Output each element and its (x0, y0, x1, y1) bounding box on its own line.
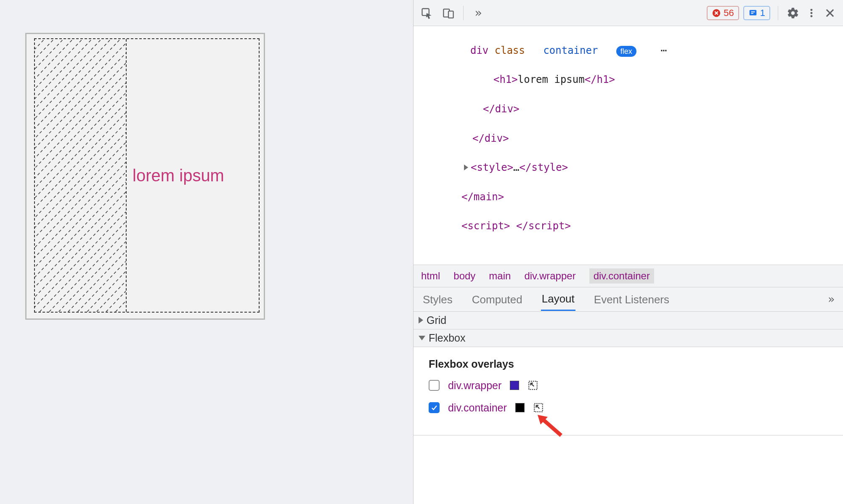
svg-line-21 (35, 39, 126, 312)
overlay-color-swatch-wrapper[interactable] (510, 381, 519, 390)
tab-layout[interactable]: Layout (541, 287, 575, 311)
issues-pill[interactable]: 1 (743, 6, 770, 20)
svg-line-9 (35, 39, 120, 312)
svg-line-30 (58, 39, 126, 312)
svg-line-36 (116, 39, 126, 312)
svg-point-42 (811, 8, 813, 11)
svg-line-16 (35, 39, 126, 312)
svg-line-26 (35, 39, 126, 312)
reveal-in-elements-icon[interactable] (533, 402, 544, 413)
caret-right-icon (419, 317, 423, 324)
line-truncated: div class container flex ⋯ (430, 43, 843, 58)
svg-line-35 (106, 39, 126, 312)
toolbar-divider (463, 6, 464, 20)
svg-line-34 (97, 39, 126, 312)
breadcrumb-item-main[interactable]: main (489, 270, 511, 282)
svg-line-13 (35, 39, 126, 312)
caret-down-icon (419, 336, 425, 340)
svg-line-7 (35, 39, 101, 312)
svg-line-25 (35, 39, 126, 312)
annotation-arrow-icon (536, 414, 565, 441)
svg-rect-39 (448, 11, 453, 18)
reveal-in-elements-icon[interactable] (528, 380, 538, 391)
svg-line-1 (35, 39, 45, 312)
app-root: lorem ipsum » 56 1 (0, 0, 843, 504)
svg-line-5 (35, 39, 82, 312)
flexbox-overlays-body: Flexbox overlays div.wrapper div.contain… (414, 347, 843, 435)
line-script[interactable]: <script> </script> (430, 219, 843, 233)
svg-line-8 (35, 39, 111, 312)
svg-line-23 (35, 39, 126, 312)
line-close-div-1[interactable]: </div> (430, 102, 843, 117)
svg-line-17 (35, 39, 126, 312)
sidebar-tabs: Styles Computed Layout Event Listeners » (414, 287, 843, 312)
toolbar-divider (778, 6, 778, 20)
svg-line-31 (68, 39, 126, 312)
dots[interactable]: ⋯ (661, 45, 667, 56)
svg-line-11 (35, 39, 126, 312)
svg-point-43 (811, 12, 813, 14)
section-flexbox[interactable]: Flexbox (414, 329, 843, 347)
flex-overlay-outer: lorem ipsum (25, 33, 265, 320)
svg-line-4 (35, 39, 73, 312)
svg-line-18 (35, 39, 126, 312)
overlay-name-wrapper[interactable]: div.wrapper (448, 379, 501, 392)
svg-line-22 (35, 39, 126, 312)
breadcrumb-item-html[interactable]: html (421, 270, 440, 282)
svg-line-29 (49, 39, 126, 312)
overlay-row-container: div.container (429, 402, 828, 414)
inspect-element-icon[interactable] (419, 6, 434, 20)
overlay-row-wrapper: div.wrapper (429, 379, 828, 392)
line-style[interactable]: <style>…</style> (430, 160, 843, 175)
issues-count: 1 (760, 8, 765, 19)
devtools-panel: » 56 1 div class container flex (413, 0, 843, 504)
kebab-menu-icon[interactable] (804, 6, 819, 20)
more-tabs-icon[interactable]: » (471, 6, 485, 20)
svg-rect-41 (750, 10, 757, 15)
more-panes-icon[interactable]: » (828, 293, 835, 305)
svg-line-19 (35, 39, 126, 312)
caret-icon[interactable] (464, 164, 468, 170)
elements-tree[interactable]: div class container flex ⋯ <h1>lorem ips… (414, 26, 843, 265)
flexbox-overlays-title: Flexbox overlays (429, 358, 828, 370)
tab-styles[interactable]: Styles (422, 288, 453, 310)
svg-line-3 (35, 39, 64, 312)
flex-badge[interactable]: flex (616, 46, 636, 57)
svg-line-27 (35, 39, 126, 312)
flexbox-free-space-hatch (35, 39, 127, 312)
svg-line-32 (77, 39, 126, 312)
breadcrumb-bar: html body main div.wrapper div.container (414, 265, 843, 287)
flex-overlay-inner: lorem ipsum (34, 38, 260, 313)
svg-line-12 (35, 39, 126, 312)
breadcrumb-item-body[interactable]: body (453, 270, 475, 282)
svg-point-44 (811, 15, 813, 17)
line-close-main[interactable]: </main> (430, 190, 843, 204)
svg-line-14 (35, 39, 126, 312)
preview-heading: lorem ipsum (127, 166, 224, 185)
section-grid[interactable]: Grid (414, 312, 843, 329)
devtools-toolbar: » 56 1 (414, 0, 843, 26)
svg-line-15 (35, 39, 126, 312)
svg-line-33 (87, 39, 126, 312)
page-preview-pane: lorem ipsum (0, 0, 413, 504)
overlay-checkbox-container[interactable] (429, 402, 440, 413)
section-flexbox-label: Flexbox (429, 332, 466, 344)
tab-computed[interactable]: Computed (471, 288, 523, 310)
overlay-color-swatch-container[interactable] (515, 403, 525, 412)
overlay-name-container[interactable]: div.container (448, 402, 507, 414)
tab-event-listeners[interactable]: Event Listeners (593, 288, 670, 310)
line-h1[interactable]: <h1>lorem ipsum</h1> (430, 72, 843, 87)
errors-count: 56 (724, 8, 734, 19)
breadcrumb-item-wrapper[interactable]: div.wrapper (524, 270, 575, 282)
errors-pill[interactable]: 56 (707, 6, 739, 20)
breadcrumb-item-container[interactable]: div.container (589, 268, 654, 284)
close-devtools-icon[interactable] (823, 6, 837, 20)
settings-gear-icon[interactable] (786, 6, 800, 20)
svg-line-2 (35, 39, 54, 312)
line-close-div-2[interactable]: </div> (430, 131, 843, 146)
section-grid-label: Grid (427, 314, 446, 326)
svg-line-20 (35, 39, 126, 312)
overlay-checkbox-wrapper[interactable] (429, 380, 440, 391)
device-toggle-icon[interactable] (441, 6, 456, 20)
section-divider (414, 435, 843, 435)
